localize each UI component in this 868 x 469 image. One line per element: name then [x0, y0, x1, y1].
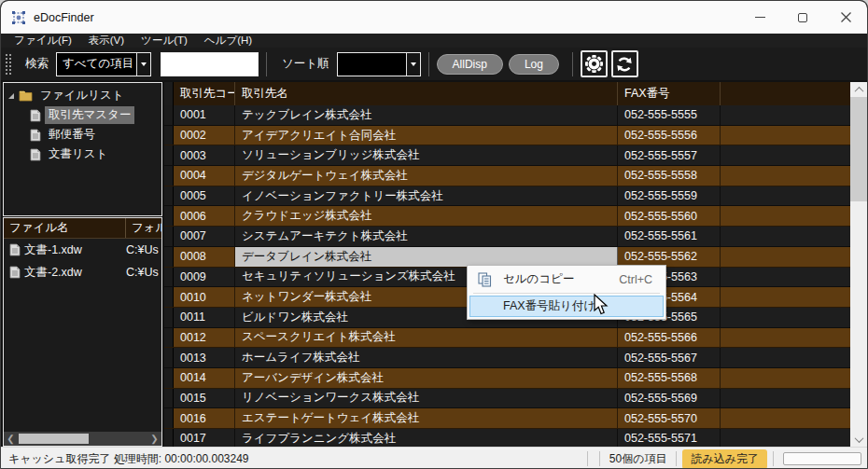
cell-code[interactable]: 0017 [174, 429, 235, 447]
cell-code[interactable]: 0014 [174, 368, 235, 388]
table-row[interactable]: 0005 イノベーションファクトリー株式会社 052-555-5559 [164, 186, 850, 207]
row-header[interactable] [164, 368, 174, 388]
log-button[interactable]: Log [509, 54, 559, 75]
tree-item-yubin-bango[interactable]: 郵便番号 [4, 125, 161, 145]
search-input[interactable] [161, 52, 259, 76]
cell-name[interactable]: ライフプランニング株式会社 [235, 429, 618, 447]
row-header[interactable] [164, 429, 174, 447]
cell-fax[interactable]: 052-555-5567 [618, 348, 721, 367]
horizontal-scrollbar[interactable]: ❮ ❯ [4, 432, 161, 446]
cell-fax[interactable]: 052-555-5560 [618, 206, 721, 226]
chevron-down-icon[interactable] [406, 53, 420, 76]
settings-button[interactable] [581, 50, 608, 77]
cell-fax[interactable]: 052-555-5568 [618, 368, 721, 388]
tree-root-filelist[interactable]: ファイルリスト [4, 86, 161, 105]
cell-fax[interactable]: 052-555-5566 [618, 328, 721, 348]
row-header[interactable] [164, 145, 174, 165]
table-row[interactable]: 0017 ライフプランニング株式会社 052-555-5571 [164, 429, 850, 447]
row-header[interactable] [164, 186, 174, 206]
table-row[interactable]: 0001 テックブレイン株式会社 052-555-5555 [164, 105, 850, 126]
maximize-button[interactable] [781, 1, 824, 34]
tree-expander-icon[interactable] [8, 93, 14, 99]
cell-name[interactable]: テックブレイン株式会社 [235, 105, 618, 125]
cell-fax[interactable]: 052-555-5558 [618, 166, 721, 186]
row-header[interactable] [164, 105, 174, 125]
cell-code[interactable]: 0005 [174, 186, 235, 206]
minimize-button[interactable] [738, 1, 781, 34]
cell-fax[interactable]: 052-555-5559 [618, 186, 721, 206]
cell-code[interactable]: 0009 [174, 268, 235, 287]
cell-code[interactable]: 0012 [174, 328, 235, 348]
table-row[interactable]: 0014 アーバンデザイン株式会社 052-555-5568 [164, 368, 850, 389]
cell-fax[interactable]: 052-555-5556 [618, 126, 721, 145]
cell-name[interactable]: ソリューションブリッジ株式会社 [235, 145, 618, 165]
row-header[interactable] [164, 227, 174, 246]
row-header[interactable] [164, 328, 174, 348]
menu-file[interactable]: ファイル(F) [7, 34, 79, 48]
scroll-right-icon[interactable]: ❯ [147, 432, 161, 446]
cell-fax[interactable]: 052-555-5562 [618, 247, 721, 267]
alldisp-button[interactable]: AllDisp [437, 54, 503, 75]
cell-name[interactable]: エステートゲートウェイ株式会社 [235, 408, 618, 428]
scroll-left-icon[interactable]: ❮ [4, 432, 18, 446]
table-row[interactable]: 0006 クラウドエッジ株式会社 052-555-5560 [164, 206, 850, 227]
tree-item-torihikisaki-master[interactable]: 取引先マスター [4, 105, 161, 125]
cell-code[interactable]: 0013 [174, 348, 235, 367]
cell-code[interactable]: 0010 [174, 287, 235, 307]
scrollbar-thumb[interactable] [19, 434, 89, 444]
cell-name[interactable]: スペースクリエイト株式会社 [235, 328, 618, 348]
row-header[interactable] [164, 268, 174, 287]
cell-name[interactable]: デジタルゲートウェイ株式会社 [235, 166, 618, 186]
table-row[interactable]: 0007 システムアーキテクト株式会社 052-555-5561 [164, 227, 850, 247]
table-row[interactable]: 0002 アイデアクリエイト合同会社 052-555-5556 [164, 126, 850, 146]
menu-help[interactable]: ヘルプ(H) [197, 34, 259, 48]
cell-fax[interactable]: 052-555-5569 [618, 389, 721, 408]
toolbar-grip[interactable] [5, 53, 12, 76]
sort-combobox[interactable] [337, 52, 421, 76]
row-header[interactable] [164, 408, 174, 428]
menu-view[interactable]: 表示(V) [81, 34, 132, 48]
cell-fax[interactable]: 052-555-5561 [618, 227, 721, 246]
column-header-name[interactable]: 取引先名 [235, 82, 618, 105]
cell-code[interactable]: 0003 [174, 145, 235, 165]
cell-code[interactable]: 0011 [174, 308, 235, 327]
cell-code[interactable]: 0007 [174, 227, 235, 246]
column-header-fax[interactable]: FAX番号 [618, 82, 721, 105]
cell-fax[interactable]: 052-555-5571 [618, 429, 721, 447]
refresh-button[interactable] [611, 50, 638, 77]
cell-fax[interactable]: 052-555-5555 [618, 105, 721, 125]
menu-tools[interactable]: ツール(T) [133, 34, 195, 48]
scroll-up-icon[interactable] [850, 82, 867, 97]
cell-code[interactable]: 0008 [174, 247, 235, 267]
tree-item-bunsho-list[interactable]: 文書リスト [4, 145, 161, 164]
close-button[interactable] [824, 1, 867, 34]
row-header[interactable] [164, 166, 174, 186]
table-row[interactable]: 0013 ホームライフ株式会社 052-555-5567 [164, 348, 850, 368]
cell-name[interactable]: リノベーションワークス株式会社 [235, 389, 618, 408]
table-row[interactable]: 0015 リノベーションワークス株式会社 052-555-5569 [164, 389, 850, 409]
scrollbar-thumb[interactable] [850, 97, 867, 201]
column-header-filename[interactable]: ファイル名 [4, 218, 126, 238]
row-header[interactable] [164, 206, 174, 226]
context-menu-item-copy[interactable]: セルのコピー Ctrl+C [469, 268, 664, 291]
column-header-folder[interactable]: フォル [126, 218, 161, 238]
cell-fax[interactable]: 052-555-5557 [618, 145, 721, 165]
cell-name[interactable]: システムアーキテクト株式会社 [235, 227, 618, 246]
vertical-scrollbar[interactable] [850, 82, 867, 447]
table-row[interactable]: 0004 デジタルゲートウェイ株式会社 052-555-5558 [164, 166, 850, 186]
cell-code[interactable]: 0006 [174, 206, 235, 226]
row-header[interactable] [164, 348, 174, 367]
row-header[interactable] [164, 308, 174, 327]
context-menu-item-paste-fax[interactable]: FAX番号貼り付け [469, 296, 664, 317]
cell-name[interactable]: アーバンデザイン株式会社 [235, 368, 618, 388]
cell-name[interactable]: クラウドエッジ株式会社 [235, 206, 618, 226]
cell-name[interactable]: ホームライフ株式会社 [235, 348, 618, 367]
file-row[interactable]: 文書-2.xdw C:¥Us [4, 261, 161, 283]
row-header[interactable] [164, 287, 174, 307]
file-row[interactable]: 文書-1.xdw C:¥Us [4, 239, 161, 261]
cell-code[interactable]: 0004 [174, 166, 235, 186]
cell-name[interactable]: アイデアクリエイト合同会社 [235, 126, 618, 145]
table-row[interactable]: 0012 スペースクリエイト株式会社 052-555-5566 [164, 328, 850, 349]
scroll-down-icon[interactable] [850, 432, 867, 447]
search-field-combobox[interactable]: すべての項目 [56, 52, 151, 76]
